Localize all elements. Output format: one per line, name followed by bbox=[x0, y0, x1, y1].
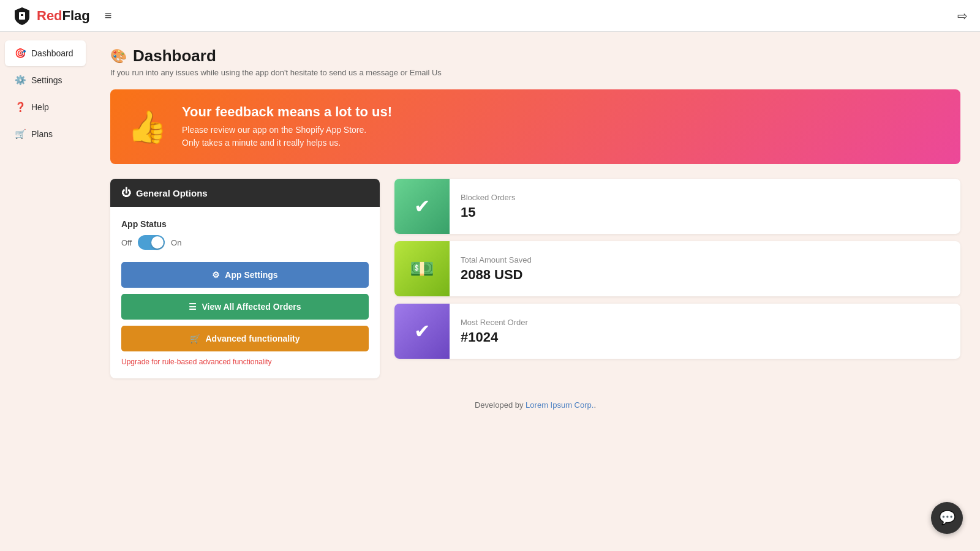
general-options-card: ⏻ General Options App Status Off On bbox=[110, 179, 380, 378]
blocked-orders-check-icon: ✔ bbox=[414, 195, 431, 218]
sidebar-label-plans: Plans bbox=[31, 129, 53, 139]
sidebar-item-dashboard[interactable]: 🎯 Dashboard bbox=[5, 40, 86, 66]
recent-order-value: #1024 bbox=[461, 329, 528, 345]
view-orders-button[interactable]: ☰ View All Affected Orders bbox=[121, 294, 369, 320]
card-header: ⏻ General Options bbox=[110, 179, 380, 207]
settings-btn-label: App Settings bbox=[225, 270, 277, 280]
orders-btn-icon: ☰ bbox=[189, 302, 197, 312]
advanced-btn-icon: 🛒 bbox=[190, 334, 200, 343]
app-status-label: App Status bbox=[121, 219, 369, 229]
logo-text: RedFlag bbox=[37, 8, 90, 24]
advanced-btn-label: Advanced functionality bbox=[205, 334, 300, 343]
sidebar-label-dashboard: Dashboard bbox=[31, 48, 74, 58]
footer-text: Developed by bbox=[475, 400, 526, 410]
sidebar-item-plans[interactable]: 🛒 Plans bbox=[5, 121, 86, 147]
dashboard-icon: 🎯 bbox=[15, 48, 26, 59]
help-icon: ❓ bbox=[15, 102, 26, 113]
page-title: Dashboard bbox=[133, 47, 216, 66]
banner-text: Your feedback means a lot to us! Please … bbox=[182, 104, 392, 149]
sidebar-item-settings[interactable]: ⚙️ Settings bbox=[5, 67, 86, 93]
header-right: ⇨ bbox=[957, 9, 968, 23]
total-amount-title: Total Amount Saved bbox=[461, 255, 532, 264]
plans-icon: 🛒 bbox=[15, 129, 26, 140]
main-content: 🎨 Dashboard If you run into any issues w… bbox=[91, 32, 980, 551]
settings-btn-icon: ⚙ bbox=[212, 270, 220, 280]
sidebar-label-settings: Settings bbox=[31, 75, 62, 85]
toggle-row: Off On bbox=[121, 235, 369, 250]
header-logo: RedFlag ≡ bbox=[12, 6, 111, 26]
upgrade-link[interactable]: Upgrade for rule-based advanced function… bbox=[121, 358, 369, 366]
toggle-on-label: On bbox=[171, 238, 181, 247]
stat-card-total-amount: 💵 Total Amount Saved 2088 USD bbox=[394, 241, 960, 296]
blocked-orders-content: Blocked Orders 15 bbox=[450, 186, 527, 228]
toggle-track bbox=[138, 235, 165, 250]
sidebar-label-help: Help bbox=[31, 102, 49, 112]
orders-btn-label: View All Affected Orders bbox=[202, 302, 301, 312]
settings-icon: ⚙️ bbox=[15, 75, 26, 86]
logo-red: Red bbox=[37, 8, 62, 23]
sidebar-item-help[interactable]: ❓ Help bbox=[5, 94, 86, 120]
footer: Developed by Lorem Ipsum Corp.. bbox=[110, 388, 960, 422]
chat-bubble-icon: 💬 bbox=[939, 510, 956, 526]
stat-card-recent-order: ✔ Most Recent Order #1024 bbox=[394, 304, 960, 359]
sidebar: 🎯 Dashboard ⚙️ Settings ❓ Help 🛒 Plans bbox=[0, 32, 91, 551]
stats-column: ✔ Blocked Orders 15 💵 Total Amount Saved… bbox=[394, 179, 960, 359]
toggle-off-label: Off bbox=[121, 238, 132, 247]
feedback-banner[interactable]: 👍 Your feedback means a lot to us! Pleas… bbox=[110, 89, 960, 164]
recent-order-content: Most Recent Order #1024 bbox=[450, 310, 539, 353]
app-settings-button[interactable]: ⚙ App Settings bbox=[121, 262, 369, 288]
power-icon: ⏻ bbox=[121, 187, 131, 198]
blocked-orders-title: Blocked Orders bbox=[461, 193, 516, 202]
recent-order-icon-box: ✔ bbox=[394, 304, 450, 359]
dashboard-row: ⏻ General Options App Status Off On bbox=[110, 179, 960, 378]
banner-line2: Only takes a minute and it really helps … bbox=[182, 138, 341, 148]
total-amount-icon-box: 💵 bbox=[394, 241, 450, 296]
svg-rect-1 bbox=[21, 14, 23, 16]
card-body: App Status Off On ⚙ App Settings bbox=[110, 207, 380, 378]
total-amount-content: Total Amount Saved 2088 USD bbox=[450, 248, 543, 290]
logo-dark: Flag bbox=[62, 8, 90, 23]
logout-button[interactable]: ⇨ bbox=[957, 9, 968, 23]
recent-order-check-icon: ✔ bbox=[414, 320, 431, 343]
hamburger-button[interactable]: ≡ bbox=[105, 9, 112, 23]
chat-bubble-button[interactable]: 💬 bbox=[931, 502, 963, 534]
footer-link[interactable]: Lorem Ipsum Corp. bbox=[526, 400, 594, 410]
layout: 🎯 Dashboard ⚙️ Settings ❓ Help 🛒 Plans 🎨… bbox=[0, 32, 980, 551]
blocked-orders-icon-box: ✔ bbox=[394, 179, 450, 234]
total-amount-value: 2088 USD bbox=[461, 267, 532, 283]
stat-card-blocked-orders: ✔ Blocked Orders 15 bbox=[394, 179, 960, 234]
header: RedFlag ≡ ⇨ bbox=[0, 0, 980, 32]
page-title-row: 🎨 Dashboard bbox=[110, 47, 960, 66]
advanced-functionality-button[interactable]: 🛒 Advanced functionality bbox=[121, 326, 369, 351]
banner-title: Your feedback means a lot to us! bbox=[182, 104, 392, 120]
money-icon: 💵 bbox=[410, 257, 434, 280]
recent-order-title: Most Recent Order bbox=[461, 318, 528, 327]
page-subtitle: If you run into any issues while using t… bbox=[110, 68, 960, 77]
blocked-orders-value: 15 bbox=[461, 204, 516, 220]
logo-shield-icon bbox=[12, 6, 32, 26]
thumbs-up-icon: 👍 bbox=[127, 108, 167, 146]
app-status-toggle[interactable] bbox=[138, 235, 165, 250]
banner-subtitle: Please review our app on the Shopify App… bbox=[182, 124, 392, 149]
toggle-thumb bbox=[151, 236, 164, 249]
card-header-title: General Options bbox=[136, 188, 208, 198]
banner-line1: Please review our app on the Shopify App… bbox=[182, 125, 366, 135]
page-title-icon: 🎨 bbox=[110, 48, 127, 64]
